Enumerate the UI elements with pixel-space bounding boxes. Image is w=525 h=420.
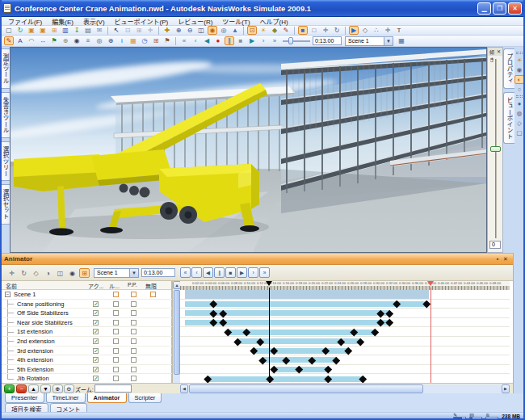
pp-checkbox[interactable] bbox=[131, 301, 136, 307]
play-reverse-button[interactable]: ◀ bbox=[203, 267, 213, 278]
remove-animation-button[interactable]: − bbox=[16, 384, 27, 393]
animation-bar[interactable] bbox=[185, 301, 426, 307]
tree-row[interactable]: 2nd extension bbox=[1, 337, 172, 346]
active-checkbox[interactable] bbox=[93, 310, 99, 316]
loop-checkbox[interactable] bbox=[113, 348, 119, 354]
animation-bar[interactable] bbox=[208, 376, 363, 382]
scroll-left-icon[interactable]: ◀ bbox=[180, 384, 188, 393]
loop-checkbox[interactable] bbox=[113, 329, 119, 334]
infinite-checkbox[interactable] bbox=[150, 292, 156, 297]
slider-thumb[interactable] bbox=[288, 37, 293, 44]
tilt-close-icon[interactable]: ✕ bbox=[497, 48, 501, 55]
timeline-row[interactable] bbox=[180, 355, 510, 365]
tree-row[interactable]: 4th extension bbox=[1, 355, 172, 365]
print-icon[interactable]: ▤ bbox=[83, 26, 93, 35]
nav-cube-icon[interactable]: ■ bbox=[298, 26, 308, 35]
text-note-icon[interactable]: A bbox=[15, 36, 25, 45]
animator-scene-select[interactable]: Scene 1 ▼ bbox=[94, 268, 139, 278]
pin-icon[interactable]: ▪ bbox=[494, 256, 502, 262]
menu-item-0[interactable]: ファイル(F) bbox=[3, 17, 47, 26]
minimize-button[interactable]: ▁ bbox=[477, 2, 491, 15]
zoom-selected-icon[interactable]: ⊕ bbox=[106, 36, 116, 45]
shaded-render-icon[interactable]: ◍ bbox=[514, 109, 524, 118]
camera-snapshot-icon[interactable]: ◉ bbox=[72, 36, 82, 45]
full-lights-icon[interactable]: ☀ bbox=[514, 56, 524, 65]
timeline-row[interactable] bbox=[180, 290, 510, 300]
info-icon[interactable]: i bbox=[117, 36, 127, 45]
pp-checkbox[interactable] bbox=[131, 348, 136, 354]
open-url-icon[interactable]: ▣ bbox=[38, 26, 48, 35]
menu-item-2[interactable]: 表示(V) bbox=[78, 17, 110, 26]
append-file-icon[interactable]: ⊞ bbox=[49, 26, 59, 35]
loop-checkbox[interactable] bbox=[113, 367, 119, 372]
pp-checkbox[interactable] bbox=[131, 329, 136, 334]
timeline-row[interactable] bbox=[180, 309, 510, 318]
pp-checkbox[interactable] bbox=[131, 310, 136, 316]
active-checkbox[interactable] bbox=[93, 367, 99, 372]
menu-item-6[interactable]: ヘルプ(H) bbox=[255, 17, 293, 26]
zoom-out-timeline-button[interactable]: ⊖ bbox=[64, 384, 74, 393]
keyframe-key-icon[interactable]: ◆ bbox=[270, 26, 279, 35]
pause-button[interactable]: ∥ bbox=[214, 267, 225, 278]
edit-pencil-icon[interactable]: ✎ bbox=[281, 26, 291, 35]
fast-forward-button[interactable]: » bbox=[259, 267, 270, 278]
active-checkbox[interactable] bbox=[93, 376, 99, 381]
pause-icon[interactable]: ∥ bbox=[225, 36, 234, 45]
loop-checkbox[interactable] bbox=[113, 320, 119, 326]
refresh-icon[interactable]: ↻ bbox=[15, 26, 25, 35]
viewport-3d-scene[interactable] bbox=[10, 47, 487, 253]
cube-wire-icon[interactable]: □ bbox=[309, 26, 319, 35]
expander-icon[interactable]: − bbox=[5, 292, 10, 297]
wireframe-render-icon[interactable]: ◇ bbox=[514, 119, 524, 128]
panel-tab-timeliner[interactable]: TimeLiner bbox=[46, 393, 86, 403]
tree-row[interactable]: Off Side Stabilizers bbox=[1, 309, 172, 318]
tree-row[interactable]: 5th Extension bbox=[1, 365, 172, 375]
loop-checkbox[interactable] bbox=[113, 376, 119, 381]
capture-keyframe-icon[interactable]: ◉ bbox=[67, 268, 78, 278]
step-back-icon[interactable]: ‹ bbox=[191, 36, 200, 45]
chevron-down-icon[interactable]: ▼ bbox=[384, 37, 393, 45]
tree-row[interactable]: −Scene 1 bbox=[1, 290, 172, 300]
clock-timeliner-icon[interactable]: ◷ bbox=[140, 36, 149, 45]
move-gizmo-icon[interactable]: ✛ bbox=[321, 26, 330, 35]
light-lamp-icon[interactable]: ☀ bbox=[258, 26, 268, 35]
zoom-in-icon[interactable]: ⊕ bbox=[174, 26, 183, 35]
animation-position-slider[interactable] bbox=[283, 37, 310, 44]
pp-checkbox[interactable] bbox=[131, 376, 136, 381]
translate-anim-set-icon[interactable]: ✛ bbox=[6, 268, 17, 278]
tree-row[interactable]: Near side Stabilizers bbox=[1, 318, 172, 328]
timeline-row[interactable] bbox=[180, 318, 510, 328]
playhead-marker[interactable] bbox=[266, 281, 272, 286]
toggle-snapping-icon[interactable]: ⊞ bbox=[79, 268, 90, 278]
restore-button[interactable]: ❐ bbox=[493, 2, 506, 15]
tilt-slider-handle[interactable] bbox=[490, 146, 501, 152]
anim-cube-icon[interactable]: ▶ bbox=[349, 26, 359, 35]
tree-scrollbar[interactable]: ▲ ▼ bbox=[172, 281, 180, 393]
new-file-icon[interactable]: ▢ bbox=[4, 26, 14, 35]
step-forward-icon[interactable]: › bbox=[258, 36, 268, 45]
right-tab-0[interactable]: プロパティ bbox=[503, 48, 514, 89]
timeline-hscrollbar[interactable]: ◀ ▶ bbox=[180, 384, 510, 393]
stop-icon[interactable]: ■ bbox=[236, 36, 246, 45]
zoom-in-timeline-button[interactable]: ⊕ bbox=[52, 384, 63, 393]
layers-icon[interactable]: ≡ bbox=[83, 36, 93, 45]
turntable-icon[interactable]: ◉ bbox=[208, 26, 217, 35]
save-file-icon[interactable]: ▥ bbox=[61, 26, 70, 35]
pp-checkbox[interactable] bbox=[131, 367, 136, 372]
text-tool-icon[interactable]: T bbox=[394, 26, 404, 35]
active-checkbox[interactable] bbox=[93, 348, 99, 354]
pp-checkbox[interactable] bbox=[131, 292, 136, 297]
step-back-button[interactable]: ‹ bbox=[191, 267, 202, 278]
scene-select[interactable]: Scene 1▼ bbox=[345, 36, 393, 46]
step-forward-button[interactable]: › bbox=[248, 267, 258, 278]
open-file-icon[interactable]: ▣ bbox=[27, 26, 36, 35]
timeline-scroll-thumb[interactable] bbox=[189, 384, 423, 393]
loop-checkbox[interactable] bbox=[113, 292, 119, 297]
animation-bar[interactable] bbox=[254, 348, 349, 354]
tilt-value[interactable]: 0 bbox=[489, 241, 501, 249]
right-tab-1[interactable]: ビューポイント bbox=[503, 92, 514, 145]
cloud-markup-icon[interactable]: ◠ bbox=[27, 36, 36, 45]
polygon-tool-icon[interactable]: ◇ bbox=[360, 26, 370, 35]
stop-button[interactable]: ■ bbox=[225, 267, 236, 278]
full-render-icon[interactable]: ● bbox=[514, 99, 524, 108]
